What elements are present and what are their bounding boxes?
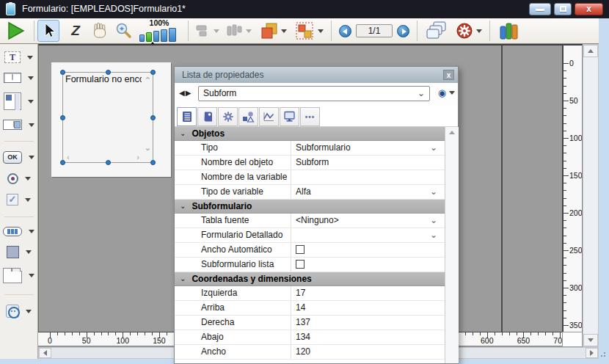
move-tool-button[interactable]: [91, 22, 109, 40]
selection-handle[interactable]: [106, 70, 111, 75]
close-button[interactable]: x: [575, 3, 603, 15]
plugin-subform-dropdown-icon[interactable]: [26, 310, 32, 313]
property-value[interactable]: 137: [291, 316, 445, 330]
checkbox[interactable]: [296, 245, 304, 254]
panel-close-button[interactable]: x: [443, 70, 454, 80]
selection-handle[interactable]: [150, 70, 156, 75]
manage-levels-button[interactable]: [260, 22, 287, 40]
sidebar-item-check-box[interactable]: ✓: [7, 194, 31, 205]
display-options-button[interactable]: [456, 22, 482, 40]
panel-title-bar[interactable]: Lista de propiedades x: [175, 67, 458, 83]
sidebar-item-combo-box[interactable]: I: [3, 120, 34, 130]
sidebar-item-plugin-subform[interactable]: [6, 305, 32, 318]
rectangle-dropdown-icon[interactable]: [26, 250, 32, 254]
property-value[interactable]: [291, 170, 445, 184]
property-section-header[interactable]: ⌄Objetos: [175, 127, 445, 141]
form-pages-button[interactable]: [426, 21, 447, 40]
selection-handle[interactable]: [60, 70, 65, 75]
sidebar-item-radio-button[interactable]: [7, 173, 31, 184]
zoom-tool-button[interactable]: [114, 22, 132, 40]
maximize-button[interactable]: [554, 3, 572, 15]
sidebar-item-tab-control[interactable]: [3, 268, 34, 283]
section-collapse-icon[interactable]: ⌄: [180, 130, 186, 137]
execute-form-button[interactable]: [6, 21, 26, 40]
checkbox[interactable]: [296, 260, 304, 269]
property-value[interactable]: 120: [291, 345, 445, 359]
property-value[interactable]: 17: [291, 286, 445, 300]
distribute-dropdown-icon[interactable]: [246, 29, 252, 33]
property-section-header[interactable]: ⌄Coordenadas y dimensiones: [175, 272, 445, 286]
chevron-down-icon[interactable]: ⌄: [430, 214, 437, 228]
input-field-dropdown-icon[interactable]: [28, 76, 34, 80]
scroll-left-button[interactable]: [39, 348, 51, 358]
section-collapse-icon[interactable]: ⌄: [180, 203, 186, 210]
property-value[interactable]: Subform: [291, 156, 445, 170]
combo-box-dropdown-icon[interactable]: [29, 123, 34, 127]
zoom-level-control[interactable]: 100%: [138, 18, 180, 43]
next-page-button[interactable]: [397, 25, 409, 37]
select-tool-button[interactable]: [37, 20, 59, 42]
property-value[interactable]: <Ninguno>⌄: [291, 214, 445, 228]
scroll-right-button[interactable]: [586, 348, 598, 358]
subform-object[interactable]: Formulario no encontr ⌃ ⌄ ‹ ›: [62, 72, 153, 163]
button-tool-dropdown-icon[interactable]: [29, 156, 34, 159]
panel-scrollbar[interactable]: [445, 127, 459, 363]
tab-display[interactable]: [280, 107, 299, 126]
sidebar-item-static-text[interactable]: T: [4, 51, 33, 63]
settings-gear-icon: [456, 22, 473, 40]
selection-handle[interactable]: [150, 160, 156, 165]
entry-order-tool-button[interactable]: Z: [66, 23, 85, 39]
tab-properties-list[interactable]: [177, 107, 197, 126]
group-dropdown-icon[interactable]: [318, 29, 324, 33]
selection-handle[interactable]: [60, 115, 65, 120]
check-box-dropdown-icon[interactable]: [25, 198, 31, 202]
sidebar-item-button-bar[interactable]: [3, 227, 34, 236]
tab-data[interactable]: [197, 107, 217, 126]
property-value[interactable]: 14: [291, 301, 445, 315]
scroll-up-button[interactable]: [583, 45, 598, 57]
distribute-button[interactable]: [227, 24, 252, 37]
object-selector[interactable]: Subform ⌄: [198, 86, 430, 101]
vertical-scrollbar[interactable]: [583, 44, 599, 347]
chevron-down-icon[interactable]: ⌄: [430, 141, 437, 155]
radio-button-dropdown-icon[interactable]: [25, 177, 31, 181]
align-dropdown-icon[interactable]: [214, 29, 219, 33]
property-value[interactable]: ⌄: [291, 228, 445, 242]
property-value[interactable]: Subformulario⌄: [291, 141, 445, 155]
sidebar-item-input-field[interactable]: I: [4, 73, 34, 83]
chevron-down-icon[interactable]: ⌄: [430, 185, 437, 199]
property-value[interactable]: [291, 258, 445, 272]
chevron-down-icon[interactable]: ⌄: [430, 228, 437, 242]
static-text-dropdown-icon[interactable]: [27, 56, 33, 59]
property-section-header[interactable]: ⌄Subformulario: [175, 200, 445, 214]
selection-handle[interactable]: [150, 115, 156, 120]
section-collapse-icon[interactable]: ⌄: [180, 275, 186, 283]
resize-grip[interactable]: [600, 350, 608, 357]
ruler-tick: [564, 310, 566, 311]
display-options-dropdown-icon[interactable]: [476, 29, 482, 33]
tab-objects[interactable]: [238, 107, 258, 126]
list-box-dropdown-icon[interactable]: [28, 100, 34, 103]
button-bar-dropdown-icon[interactable]: [29, 230, 34, 233]
object-prev-next-icons[interactable]: ◀▶: [179, 89, 192, 97]
property-value[interactable]: [291, 243, 445, 257]
tab-more[interactable]: •••: [300, 107, 320, 126]
tab-control-dropdown-icon[interactable]: [29, 274, 34, 277]
object-library-button[interactable]: [499, 22, 519, 40]
previous-page-button[interactable]: [339, 25, 351, 37]
levels-dropdown-icon[interactable]: [281, 29, 287, 33]
tab-settings[interactable]: [218, 107, 238, 126]
selection-handle[interactable]: [60, 160, 65, 165]
view-options-button[interactable]: ◉: [438, 88, 455, 98]
scroll-down-button[interactable]: [583, 334, 598, 346]
group-button[interactable]: [296, 22, 324, 40]
sidebar-item-rectangle[interactable]: [7, 246, 32, 258]
selection-handle[interactable]: [106, 160, 111, 165]
property-value[interactable]: Alfa⌄: [291, 185, 445, 199]
sidebar-item-button[interactable]: OK: [3, 151, 34, 164]
property-value[interactable]: 134: [291, 330, 445, 344]
tab-events[interactable]: [259, 107, 279, 126]
minimize-button[interactable]: [529, 3, 551, 15]
sidebar-item-list-box[interactable]: [4, 92, 34, 110]
align-button[interactable]: [196, 24, 219, 37]
